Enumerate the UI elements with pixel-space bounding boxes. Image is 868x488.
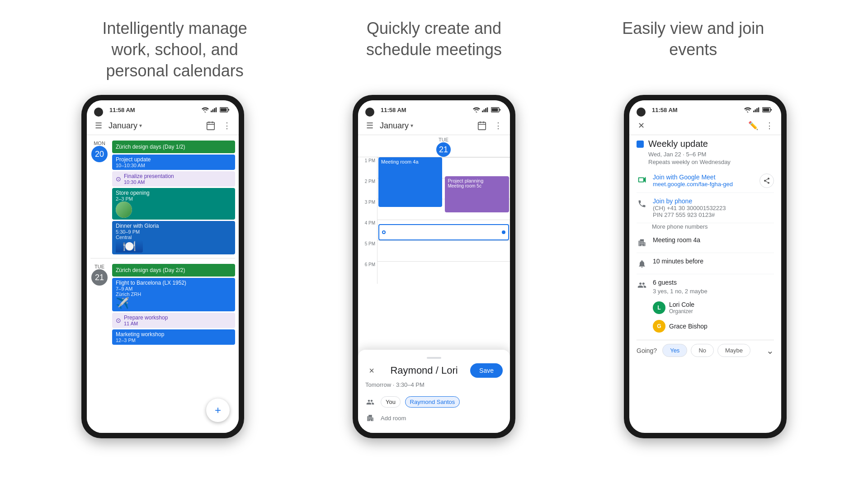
- event-detail-body: Weekly update Wed, Jan 22 · 5–6 PM Repea…: [629, 135, 781, 361]
- phone-2-status-bar: 11:58 AM: [358, 100, 510, 117]
- guests-detail: 3 yes, 1 no, 2 maybe: [653, 288, 774, 295]
- menu-icon[interactable]: ☰: [92, 119, 105, 132]
- phone-join-number: (CH) +41 30 300001532223: [653, 205, 774, 211]
- svg-rect-2: [214, 108, 215, 113]
- svg-rect-1: [212, 110, 214, 113]
- event-detail-title: Weekly update: [648, 139, 708, 149]
- event-detail-date: Wed, Jan 22 · 5–6 PM: [637, 151, 774, 158]
- edit-icon[interactable]: ✏️: [747, 119, 760, 132]
- going-expand-icon[interactable]: ⌄: [766, 345, 774, 356]
- phone-1-calendar-list: MON 20 Zürich design days (Day 1/2) Proj…: [87, 135, 239, 433]
- calendar-icon-2[interactable]: [476, 119, 488, 132]
- day-name-mon: MON: [94, 141, 105, 146]
- going-label: Going?: [637, 347, 657, 354]
- event-project-update[interactable]: Project update 10–10:30 AM: [112, 155, 235, 170]
- create-event-fab[interactable]: +: [206, 399, 230, 422]
- day-divider: [90, 258, 235, 258]
- event-marketing[interactable]: Marketing workshop 12–3 PM: [112, 329, 235, 345]
- guests-row: 6 guests 3 yes, 1 no, 2 maybe L Lori Col…: [637, 274, 774, 340]
- svg-rect-16: [492, 108, 498, 112]
- task-time: 10:30 AM: [124, 179, 174, 185]
- more-options-icon-3[interactable]: ⋮: [763, 119, 776, 132]
- more-options-icon-2[interactable]: ⋮: [492, 119, 505, 132]
- attendee-you[interactable]: You: [381, 396, 401, 408]
- svg-rect-27: [763, 108, 769, 112]
- calendar-icon[interactable]: [204, 119, 217, 132]
- event-meeting-room-4a[interactable]: Meeting room 4a: [378, 157, 442, 207]
- svg-rect-24: [756, 108, 758, 113]
- going-maybe-btn[interactable]: Maybe: [717, 344, 750, 357]
- week-events-col: Workshop Meeting room 4a Project plannin…: [377, 157, 510, 284]
- meet-link[interactable]: meet.google.com/fae-fgha-ged: [653, 181, 754, 188]
- svg-rect-28: [771, 109, 772, 111]
- share-icon-btn[interactable]: [760, 174, 774, 188]
- menu-icon-2[interactable]: ☰: [363, 119, 376, 132]
- event-flight[interactable]: Flight to Barcelona (LX 1952) 7–9 AM Zür…: [112, 278, 235, 311]
- phone-1-toolbar-actions: ⋮: [204, 119, 233, 132]
- phone-2-toolbar-title: January ▾: [380, 121, 476, 131]
- more-options-icon[interactable]: ⋮: [221, 119, 233, 132]
- wifi-icon-2: [473, 107, 480, 113]
- event-creating-outline[interactable]: [378, 224, 509, 240]
- week-day-num: 21: [436, 142, 451, 157]
- phone-3-screen: 11:58 AM: [629, 100, 781, 433]
- phone-1: 11:58 AM: [81, 95, 244, 438]
- event-zurich-1[interactable]: Zürich design days (Day 1/2): [112, 141, 235, 153]
- phone-2-time: 11:58 AM: [381, 107, 406, 113]
- more-numbers[interactable]: More phone numbers: [637, 223, 774, 230]
- headline-1: Intelligently manage work, school, and p…: [98, 18, 252, 81]
- time-1pm: 1 PM: [358, 157, 377, 178]
- guests-icon: [637, 280, 647, 291]
- day-header-mon: MON 20 Zürich design days (Day 1/2) Proj…: [87, 137, 239, 256]
- phone-1-toolbar-title: January ▾: [108, 121, 204, 131]
- phone-1-time: 11:58 AM: [109, 107, 135, 113]
- phones-row: 11:58 AM: [0, 95, 868, 488]
- event-store-opening[interactable]: Store opening 2–3 PM: [112, 188, 235, 220]
- meet-title[interactable]: Join with Google Meet: [653, 174, 754, 181]
- drag-handle-start[interactable]: [382, 230, 386, 234]
- day-events-mon: Zürich design days (Day 1/2) Project upd…: [112, 141, 235, 254]
- sheet-room-row[interactable]: Add room: [365, 410, 503, 426]
- going-yes-btn[interactable]: Yes: [662, 344, 687, 357]
- day-badge-mon: MON 20: [90, 141, 108, 162]
- signal-icon-3: [753, 107, 760, 113]
- svg-rect-23: [755, 110, 756, 113]
- save-button[interactable]: Save: [470, 363, 503, 378]
- wifi-icon: [202, 107, 209, 113]
- event-title-row: Weekly update: [637, 135, 774, 151]
- task-workshop-time: 11 AM: [124, 321, 168, 326]
- attendee-raymond[interactable]: Raymond Santos: [405, 396, 460, 408]
- drag-indicator: [427, 357, 441, 359]
- phone-3-toolbar: ✕ ✏️ ⋮: [629, 117, 781, 135]
- phone-1-toolbar: ☰ January ▾ ⋮: [87, 117, 239, 135]
- event-zurich-2[interactable]: Zürich design days (Day 2/2): [112, 264, 235, 277]
- headlines-row: Intelligently manage work, school, and p…: [0, 0, 868, 95]
- phone-1-screen: 11:58 AM: [87, 100, 239, 433]
- location-row: Meeting room 4a: [637, 232, 774, 253]
- phone-1-status-bar: 11:58 AM: [87, 100, 239, 117]
- drag-handle-end[interactable]: [502, 230, 505, 234]
- phone-2-status-icons: [473, 107, 501, 113]
- event-dinner-gloria[interactable]: Dinner with Gloria 5:30–9 PM Central 🍽️: [112, 221, 235, 254]
- task-check-icon-2: ⊙: [116, 317, 121, 324]
- sheet-attendees-row: You Raymond Santos: [365, 394, 503, 410]
- wifi-icon-3: [744, 107, 751, 113]
- building-icon: [365, 413, 375, 423]
- close-icon[interactable]: ✕: [635, 119, 647, 132]
- task-workshop[interactable]: ⊙ Prepare workshop 11 AM: [112, 313, 235, 328]
- sheet-title: Raymond / Lori: [390, 365, 458, 376]
- sheet-close-button[interactable]: ×: [365, 364, 378, 377]
- guest-lori-name: Lori Cole: [669, 301, 694, 308]
- going-no-btn[interactable]: No: [691, 344, 714, 357]
- hour-line-4: [377, 220, 510, 220]
- location-icon: [637, 237, 647, 248]
- time-2pm: 2 PM: [358, 178, 377, 199]
- event-project-planning[interactable]: Project planning Meeting room 5c: [445, 176, 509, 212]
- people-icon: [365, 397, 375, 407]
- phone-icon: [637, 198, 647, 209]
- day-section-tue-21: TUE 21 Zürich design days (Day 2/2) Flig…: [87, 260, 239, 347]
- task-finalize[interactable]: ⊙ Finalize presentation 10:30 AM: [112, 171, 235, 187]
- phone-join-title[interactable]: Join by phone: [653, 197, 774, 205]
- svg-rect-11: [482, 111, 483, 113]
- phone-join-pin: PIN 277 555 923 0123#: [653, 211, 774, 218]
